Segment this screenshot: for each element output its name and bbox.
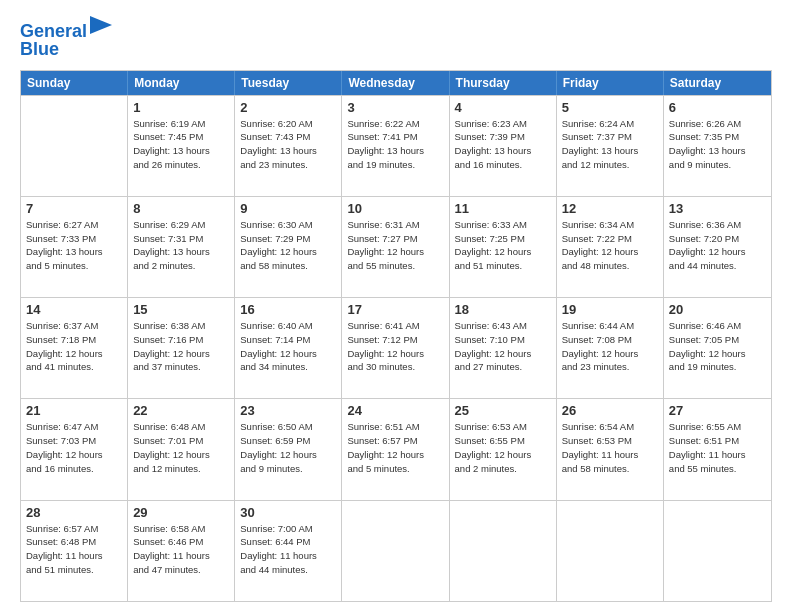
day-info: Sunrise: 6:30 AM Sunset: 7:29 PM Dayligh… (240, 218, 336, 273)
calendar-cell-day-8: 8Sunrise: 6:29 AM Sunset: 7:31 PM Daylig… (128, 197, 235, 297)
calendar-cell-day-5: 5Sunrise: 6:24 AM Sunset: 7:37 PM Daylig… (557, 96, 664, 196)
day-info: Sunrise: 6:33 AM Sunset: 7:25 PM Dayligh… (455, 218, 551, 273)
header-day-saturday: Saturday (664, 71, 771, 95)
calendar-cell-day-14: 14Sunrise: 6:37 AM Sunset: 7:18 PM Dayli… (21, 298, 128, 398)
calendar-cell-day-21: 21Sunrise: 6:47 AM Sunset: 7:03 PM Dayli… (21, 399, 128, 499)
day-number: 29 (133, 505, 229, 520)
svg-marker-0 (90, 16, 112, 34)
logo-icon (90, 16, 112, 34)
header-day-friday: Friday (557, 71, 664, 95)
day-info: Sunrise: 6:41 AM Sunset: 7:12 PM Dayligh… (347, 319, 443, 374)
day-info: Sunrise: 6:57 AM Sunset: 6:48 PM Dayligh… (26, 522, 122, 577)
day-number: 20 (669, 302, 766, 317)
day-number: 9 (240, 201, 336, 216)
day-info: Sunrise: 6:40 AM Sunset: 7:14 PM Dayligh… (240, 319, 336, 374)
calendar-cell-day-6: 6Sunrise: 6:26 AM Sunset: 7:35 PM Daylig… (664, 96, 771, 196)
calendar-cell-empty (450, 501, 557, 601)
calendar-cell-empty (664, 501, 771, 601)
day-info: Sunrise: 6:19 AM Sunset: 7:45 PM Dayligh… (133, 117, 229, 172)
calendar-cell-day-23: 23Sunrise: 6:50 AM Sunset: 6:59 PM Dayli… (235, 399, 342, 499)
day-info: Sunrise: 6:54 AM Sunset: 6:53 PM Dayligh… (562, 420, 658, 475)
day-number: 15 (133, 302, 229, 317)
day-info: Sunrise: 6:29 AM Sunset: 7:31 PM Dayligh… (133, 218, 229, 273)
day-info: Sunrise: 6:43 AM Sunset: 7:10 PM Dayligh… (455, 319, 551, 374)
calendar-cell-day-16: 16Sunrise: 6:40 AM Sunset: 7:14 PM Dayli… (235, 298, 342, 398)
day-number: 24 (347, 403, 443, 418)
calendar-cell-day-17: 17Sunrise: 6:41 AM Sunset: 7:12 PM Dayli… (342, 298, 449, 398)
calendar-cell-day-2: 2Sunrise: 6:20 AM Sunset: 7:43 PM Daylig… (235, 96, 342, 196)
calendar-header: SundayMondayTuesdayWednesdayThursdayFrid… (21, 71, 771, 95)
header-day-thursday: Thursday (450, 71, 557, 95)
calendar-cell-day-19: 19Sunrise: 6:44 AM Sunset: 7:08 PM Dayli… (557, 298, 664, 398)
calendar-cell-day-7: 7Sunrise: 6:27 AM Sunset: 7:33 PM Daylig… (21, 197, 128, 297)
calendar-cell-day-15: 15Sunrise: 6:38 AM Sunset: 7:16 PM Dayli… (128, 298, 235, 398)
calendar-cell-day-20: 20Sunrise: 6:46 AM Sunset: 7:05 PM Dayli… (664, 298, 771, 398)
day-number: 13 (669, 201, 766, 216)
calendar-cell-day-30: 30Sunrise: 7:00 AM Sunset: 6:44 PM Dayli… (235, 501, 342, 601)
calendar-cell-day-22: 22Sunrise: 6:48 AM Sunset: 7:01 PM Dayli… (128, 399, 235, 499)
day-info: Sunrise: 6:34 AM Sunset: 7:22 PM Dayligh… (562, 218, 658, 273)
day-info: Sunrise: 6:31 AM Sunset: 7:27 PM Dayligh… (347, 218, 443, 273)
day-number: 10 (347, 201, 443, 216)
day-number: 1 (133, 100, 229, 115)
calendar-cell-day-29: 29Sunrise: 6:58 AM Sunset: 6:46 PM Dayli… (128, 501, 235, 601)
day-info: Sunrise: 6:22 AM Sunset: 7:41 PM Dayligh… (347, 117, 443, 172)
logo: General Blue (20, 22, 112, 60)
day-info: Sunrise: 7:00 AM Sunset: 6:44 PM Dayligh… (240, 522, 336, 577)
day-info: Sunrise: 6:44 AM Sunset: 7:08 PM Dayligh… (562, 319, 658, 374)
calendar-row-2: 14Sunrise: 6:37 AM Sunset: 7:18 PM Dayli… (21, 297, 771, 398)
calendar-row-1: 7Sunrise: 6:27 AM Sunset: 7:33 PM Daylig… (21, 196, 771, 297)
calendar-cell-day-4: 4Sunrise: 6:23 AM Sunset: 7:39 PM Daylig… (450, 96, 557, 196)
day-info: Sunrise: 6:50 AM Sunset: 6:59 PM Dayligh… (240, 420, 336, 475)
day-info: Sunrise: 6:37 AM Sunset: 7:18 PM Dayligh… (26, 319, 122, 374)
day-info: Sunrise: 6:46 AM Sunset: 7:05 PM Dayligh… (669, 319, 766, 374)
calendar-cell-day-18: 18Sunrise: 6:43 AM Sunset: 7:10 PM Dayli… (450, 298, 557, 398)
day-number: 3 (347, 100, 443, 115)
header-day-tuesday: Tuesday (235, 71, 342, 95)
calendar-cell-empty (557, 501, 664, 601)
calendar-cell-day-25: 25Sunrise: 6:53 AM Sunset: 6:55 PM Dayli… (450, 399, 557, 499)
day-number: 4 (455, 100, 551, 115)
day-number: 25 (455, 403, 551, 418)
day-number: 12 (562, 201, 658, 216)
day-number: 8 (133, 201, 229, 216)
calendar-cell-day-28: 28Sunrise: 6:57 AM Sunset: 6:48 PM Dayli… (21, 501, 128, 601)
calendar-cell-empty (21, 96, 128, 196)
calendar-cell-day-26: 26Sunrise: 6:54 AM Sunset: 6:53 PM Dayli… (557, 399, 664, 499)
day-info: Sunrise: 6:24 AM Sunset: 7:37 PM Dayligh… (562, 117, 658, 172)
day-number: 6 (669, 100, 766, 115)
day-number: 16 (240, 302, 336, 317)
day-info: Sunrise: 6:55 AM Sunset: 6:51 PM Dayligh… (669, 420, 766, 475)
day-number: 14 (26, 302, 122, 317)
header-day-monday: Monday (128, 71, 235, 95)
day-info: Sunrise: 6:38 AM Sunset: 7:16 PM Dayligh… (133, 319, 229, 374)
day-info: Sunrise: 6:27 AM Sunset: 7:33 PM Dayligh… (26, 218, 122, 273)
day-info: Sunrise: 6:26 AM Sunset: 7:35 PM Dayligh… (669, 117, 766, 172)
calendar-row-4: 28Sunrise: 6:57 AM Sunset: 6:48 PM Dayli… (21, 500, 771, 601)
calendar-cell-day-1: 1Sunrise: 6:19 AM Sunset: 7:45 PM Daylig… (128, 96, 235, 196)
calendar: SundayMondayTuesdayWednesdayThursdayFrid… (20, 70, 772, 602)
calendar-body: 1Sunrise: 6:19 AM Sunset: 7:45 PM Daylig… (21, 95, 771, 601)
day-info: Sunrise: 6:47 AM Sunset: 7:03 PM Dayligh… (26, 420, 122, 475)
day-number: 11 (455, 201, 551, 216)
day-number: 19 (562, 302, 658, 317)
calendar-row-3: 21Sunrise: 6:47 AM Sunset: 7:03 PM Dayli… (21, 398, 771, 499)
calendar-cell-day-12: 12Sunrise: 6:34 AM Sunset: 7:22 PM Dayli… (557, 197, 664, 297)
day-info: Sunrise: 6:23 AM Sunset: 7:39 PM Dayligh… (455, 117, 551, 172)
calendar-cell-day-11: 11Sunrise: 6:33 AM Sunset: 7:25 PM Dayli… (450, 197, 557, 297)
day-info: Sunrise: 6:48 AM Sunset: 7:01 PM Dayligh… (133, 420, 229, 475)
calendar-cell-day-3: 3Sunrise: 6:22 AM Sunset: 7:41 PM Daylig… (342, 96, 449, 196)
day-number: 21 (26, 403, 122, 418)
header-day-wednesday: Wednesday (342, 71, 449, 95)
calendar-row-0: 1Sunrise: 6:19 AM Sunset: 7:45 PM Daylig… (21, 95, 771, 196)
day-number: 22 (133, 403, 229, 418)
calendar-cell-day-13: 13Sunrise: 6:36 AM Sunset: 7:20 PM Dayli… (664, 197, 771, 297)
calendar-cell-day-9: 9Sunrise: 6:30 AM Sunset: 7:29 PM Daylig… (235, 197, 342, 297)
day-number: 30 (240, 505, 336, 520)
calendar-cell-empty (342, 501, 449, 601)
day-info: Sunrise: 6:53 AM Sunset: 6:55 PM Dayligh… (455, 420, 551, 475)
calendar-cell-day-24: 24Sunrise: 6:51 AM Sunset: 6:57 PM Dayli… (342, 399, 449, 499)
day-info: Sunrise: 6:58 AM Sunset: 6:46 PM Dayligh… (133, 522, 229, 577)
logo-text2: Blue (20, 40, 112, 60)
day-number: 17 (347, 302, 443, 317)
